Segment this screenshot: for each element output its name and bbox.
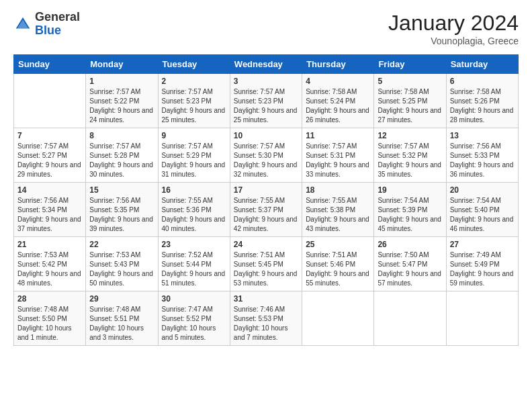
day-number: 21 [17,240,82,249]
calendar-body: 1Sunrise: 7:57 AM Sunset: 5:22 PM Daylig… [14,74,519,346]
day-info: Sunrise: 7:58 AM Sunset: 5:25 PM Dayligh… [378,87,442,125]
day-info: Sunrise: 7:57 AM Sunset: 5:29 PM Dayligh… [162,142,226,179]
day-number: 22 [89,240,154,249]
calendar-cell: 1Sunrise: 7:57 AM Sunset: 5:22 PM Daylig… [86,74,158,128]
calendar-cell: 24Sunrise: 7:51 AM Sunset: 5:45 PM Dayli… [230,237,302,291]
calendar-cell: 3Sunrise: 7:57 AM Sunset: 5:23 PM Daylig… [230,74,302,128]
day-info: Sunrise: 7:57 AM Sunset: 5:32 PM Dayligh… [378,142,442,179]
day-number: 17 [234,185,298,195]
calendar-cell [302,291,374,346]
calendar-header-monday: Monday [86,55,158,74]
calendar-cell [14,74,86,128]
calendar-cell: 9Sunrise: 7:57 AM Sunset: 5:29 PM Daylig… [158,128,230,183]
calendar-header-thursday: Thursday [302,55,374,74]
calendar-cell: 22Sunrise: 7:53 AM Sunset: 5:43 PM Dayli… [86,237,158,291]
day-number: 23 [162,240,226,249]
day-info: Sunrise: 7:58 AM Sunset: 5:26 PM Dayligh… [450,87,515,125]
calendar-cell: 13Sunrise: 7:56 AM Sunset: 5:33 PM Dayli… [446,128,518,183]
month-title: January 2024 [388,11,519,36]
page-header: General Blue January 2024 Vounoplagia, G… [13,11,519,46]
day-info: Sunrise: 7:48 AM Sunset: 5:51 PM Dayligh… [89,305,154,342]
day-info: Sunrise: 7:46 AM Sunset: 5:53 PM Dayligh… [234,305,298,342]
day-number: 24 [234,240,298,249]
calendar-header-row: SundayMondayTuesdayWednesdayThursdayFrid… [14,55,519,74]
day-info: Sunrise: 7:55 AM Sunset: 5:38 PM Dayligh… [306,196,370,234]
day-number: 29 [89,294,154,304]
day-number: 7 [17,131,82,140]
calendar-cell: 15Sunrise: 7:56 AM Sunset: 5:35 PM Dayli… [86,183,158,237]
calendar-cell: 18Sunrise: 7:55 AM Sunset: 5:38 PM Dayli… [302,183,374,237]
calendar-cell: 23Sunrise: 7:52 AM Sunset: 5:44 PM Dayli… [158,237,230,291]
calendar-header-friday: Friday [374,55,446,74]
logo-blue: Blue [35,24,61,37]
location: Vounoplagia, Greece [388,36,519,46]
day-number: 31 [234,294,298,304]
calendar-week-2: 7Sunrise: 7:57 AM Sunset: 5:27 PM Daylig… [14,128,519,183]
calendar-cell: 29Sunrise: 7:48 AM Sunset: 5:51 PM Dayli… [86,291,158,346]
logo-general: General [35,10,80,24]
day-info: Sunrise: 7:52 AM Sunset: 5:44 PM Dayligh… [162,250,226,288]
calendar-cell: 11Sunrise: 7:57 AM Sunset: 5:31 PM Dayli… [302,128,374,183]
day-number: 9 [162,131,226,140]
day-info: Sunrise: 7:57 AM Sunset: 5:31 PM Dayligh… [306,142,370,179]
day-number: 3 [234,77,298,86]
day-number: 8 [89,131,154,140]
calendar-week-5: 28Sunrise: 7:48 AM Sunset: 5:50 PM Dayli… [14,291,519,346]
calendar-cell: 7Sunrise: 7:57 AM Sunset: 5:27 PM Daylig… [14,128,86,183]
day-info: Sunrise: 7:48 AM Sunset: 5:50 PM Dayligh… [17,305,82,342]
calendar-cell [374,291,446,346]
day-info: Sunrise: 7:54 AM Sunset: 5:39 PM Dayligh… [378,196,442,234]
day-info: Sunrise: 7:56 AM Sunset: 5:34 PM Dayligh… [17,196,82,234]
day-number: 26 [378,240,442,249]
day-info: Sunrise: 7:53 AM Sunset: 5:43 PM Dayligh… [89,250,154,288]
calendar-cell: 19Sunrise: 7:54 AM Sunset: 5:39 PM Dayli… [374,183,446,237]
day-number: 6 [450,77,515,86]
day-info: Sunrise: 7:57 AM Sunset: 5:22 PM Dayligh… [89,87,154,125]
calendar-cell: 21Sunrise: 7:53 AM Sunset: 5:42 PM Dayli… [14,237,86,291]
calendar-cell: 6Sunrise: 7:58 AM Sunset: 5:26 PM Daylig… [446,74,518,128]
day-info: Sunrise: 7:51 AM Sunset: 5:46 PM Dayligh… [306,250,370,288]
calendar-header-tuesday: Tuesday [158,55,230,74]
day-info: Sunrise: 7:55 AM Sunset: 5:37 PM Dayligh… [234,196,298,234]
calendar-cell: 12Sunrise: 7:57 AM Sunset: 5:32 PM Dayli… [374,128,446,183]
day-info: Sunrise: 7:50 AM Sunset: 5:47 PM Dayligh… [378,250,442,288]
day-info: Sunrise: 7:55 AM Sunset: 5:36 PM Dayligh… [162,196,226,234]
day-number: 16 [162,185,226,195]
day-number: 27 [450,240,515,249]
day-number: 30 [162,294,226,304]
calendar-header-sunday: Sunday [14,55,86,74]
calendar-cell: 31Sunrise: 7:46 AM Sunset: 5:53 PM Dayli… [230,291,302,346]
calendar-cell: 20Sunrise: 7:54 AM Sunset: 5:40 PM Dayli… [446,183,518,237]
calendar-cell: 2Sunrise: 7:57 AM Sunset: 5:23 PM Daylig… [158,74,230,128]
day-number: 20 [450,185,515,195]
day-number: 25 [306,240,370,249]
calendar-cell: 17Sunrise: 7:55 AM Sunset: 5:37 PM Dayli… [230,183,302,237]
day-info: Sunrise: 7:51 AM Sunset: 5:45 PM Dayligh… [234,250,298,288]
calendar-cell: 8Sunrise: 7:57 AM Sunset: 5:28 PM Daylig… [86,128,158,183]
calendar-cell: 14Sunrise: 7:56 AM Sunset: 5:34 PM Dayli… [14,183,86,237]
day-info: Sunrise: 7:57 AM Sunset: 5:27 PM Dayligh… [17,142,82,179]
day-number: 5 [378,77,442,86]
day-number: 28 [17,294,82,304]
day-info: Sunrise: 7:56 AM Sunset: 5:33 PM Dayligh… [450,142,515,179]
day-number: 2 [162,77,226,86]
calendar-cell: 10Sunrise: 7:57 AM Sunset: 5:30 PM Dayli… [230,128,302,183]
day-number: 15 [89,185,154,195]
day-info: Sunrise: 7:57 AM Sunset: 5:23 PM Dayligh… [234,87,298,125]
day-number: 4 [306,77,370,86]
day-info: Sunrise: 7:58 AM Sunset: 5:24 PM Dayligh… [306,87,370,125]
day-number: 10 [234,131,298,140]
day-info: Sunrise: 7:56 AM Sunset: 5:35 PM Dayligh… [89,196,154,234]
calendar-cell: 5Sunrise: 7:58 AM Sunset: 5:25 PM Daylig… [374,74,446,128]
calendar-cell: 30Sunrise: 7:47 AM Sunset: 5:52 PM Dayli… [158,291,230,346]
calendar-header-saturday: Saturday [446,55,518,74]
day-number: 14 [17,185,82,195]
calendar-cell: 4Sunrise: 7:58 AM Sunset: 5:24 PM Daylig… [302,74,374,128]
calendar-cell: 28Sunrise: 7:48 AM Sunset: 5:50 PM Dayli… [14,291,86,346]
day-info: Sunrise: 7:47 AM Sunset: 5:52 PM Dayligh… [162,305,226,342]
calendar-cell: 25Sunrise: 7:51 AM Sunset: 5:46 PM Dayli… [302,237,374,291]
calendar-week-3: 14Sunrise: 7:56 AM Sunset: 5:34 PM Dayli… [14,183,519,237]
day-info: Sunrise: 7:54 AM Sunset: 5:40 PM Dayligh… [450,196,515,234]
day-number: 19 [378,185,442,195]
day-number: 13 [450,131,515,140]
